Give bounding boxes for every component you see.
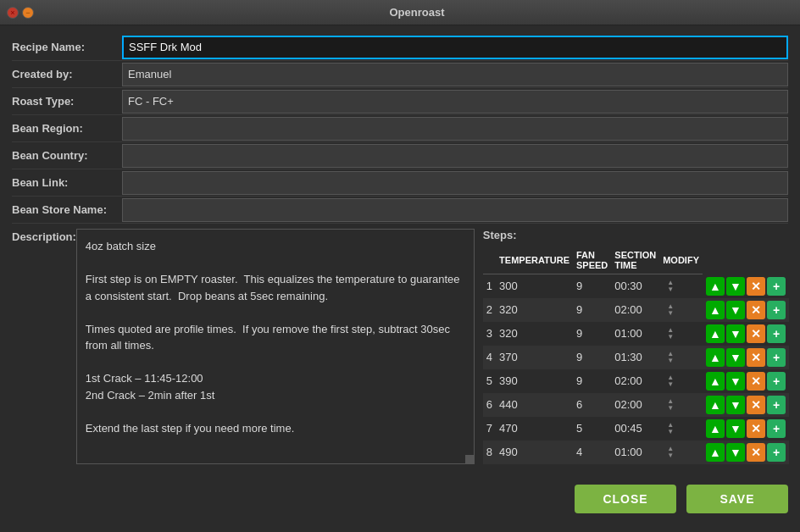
bean-link-row: Bean Link: [12, 169, 788, 197]
modify-add-btn[interactable]: + [767, 443, 786, 462]
roast-type-input[interactable] [122, 90, 788, 114]
step-temp: 370 [496, 346, 573, 369]
modify-delete-btn[interactable]: ✕ [747, 277, 765, 296]
titlebar-min-btn[interactable]: − [22, 7, 34, 19]
spinner-down[interactable]: ▼ [667, 452, 674, 459]
step-temp: 390 [496, 369, 573, 393]
modify-add-btn[interactable]: + [767, 324, 786, 343]
bean-store-input[interactable] [122, 198, 788, 222]
modify-down-btn[interactable]: ▼ [726, 372, 745, 391]
modify-down-btn[interactable]: ▼ [726, 324, 745, 343]
step-fan: 6 [573, 393, 611, 417]
modify-delete-btn[interactable]: ✕ [747, 301, 765, 319]
step-spinner: ▲ ▼ [659, 369, 703, 393]
modify-down-btn[interactable]: ▼ [726, 348, 745, 367]
steps-table: TEMPERATURE FAN SPEED SECTION TIME MODIF… [483, 247, 789, 464]
col-header-modify: MODIFY [659, 247, 703, 274]
modify-add-btn[interactable]: + [767, 348, 786, 367]
spinner-down[interactable]: ▼ [667, 286, 674, 293]
modify-add-btn[interactable]: + [767, 277, 786, 296]
bean-country-row: Bean Country: [12, 142, 788, 169]
spinner-down[interactable]: ▼ [667, 357, 674, 364]
step-temp: 320 [496, 322, 573, 346]
step-temp: 300 [496, 274, 573, 298]
close-button[interactable]: CLOSE [575, 485, 676, 513]
col-header-fan-speed: FAN SPEED [573, 247, 611, 274]
spinner-down[interactable]: ▼ [667, 429, 674, 435]
modify-add-btn[interactable]: + [767, 419, 786, 438]
step-time: 01:00 [611, 322, 659, 346]
modify-up-btn[interactable]: ▲ [706, 324, 725, 343]
step-fan: 9 [573, 322, 611, 346]
modify-delete-btn[interactable]: ✕ [747, 372, 765, 391]
save-button[interactable]: SAVE [686, 485, 788, 513]
modify-up-btn[interactable]: ▲ [706, 301, 725, 319]
step-modify: ▲ ▼ ✕ + [703, 274, 789, 298]
modify-add-btn[interactable]: + [767, 396, 786, 414]
step-spinner: ▲ ▼ [659, 322, 703, 346]
created-by-label: Created by: [12, 64, 122, 84]
modify-up-btn[interactable]: ▲ [706, 277, 725, 296]
step-time: 00:45 [611, 417, 659, 441]
table-row: 1 300 9 00:30 ▲ ▼ ▲ ▼ ✕ + [483, 274, 789, 298]
modify-delete-btn[interactable]: ✕ [747, 419, 765, 438]
step-time: 02:00 [611, 393, 659, 417]
step-fan: 5 [573, 417, 611, 441]
description-panel[interactable]: 4oz batch size First step is on EMPTY ro… [76, 229, 475, 464]
step-spinner: ▲ ▼ [659, 346, 703, 369]
table-row: 6 440 6 02:00 ▲ ▼ ▲ ▼ ✕ + [483, 393, 789, 417]
step-temp: 440 [496, 393, 573, 417]
created-by-input[interactable] [122, 63, 788, 86]
step-num: 4 [483, 346, 496, 369]
step-time: 01:00 [611, 441, 659, 464]
spinner-down[interactable]: ▼ [667, 310, 674, 317]
modify-add-btn[interactable]: + [767, 301, 786, 319]
step-spinner: ▲ ▼ [659, 417, 703, 441]
step-modify: ▲ ▼ ✕ + [703, 346, 789, 369]
step-modify: ▲ ▼ ✕ + [703, 393, 789, 417]
col-header-section-time: SECTION TIME [611, 247, 659, 274]
titlebar-title: Openroast [41, 6, 793, 19]
step-fan: 9 [573, 369, 611, 393]
modify-down-btn[interactable]: ▼ [726, 277, 745, 296]
modify-up-btn[interactable]: ▲ [706, 372, 725, 391]
modify-up-btn[interactable]: ▲ [706, 443, 725, 462]
modify-delete-btn[interactable]: ✕ [747, 443, 765, 462]
modify-down-btn[interactable]: ▼ [726, 396, 745, 414]
modify-delete-btn[interactable]: ✕ [747, 396, 765, 414]
bean-country-input[interactable] [122, 144, 788, 168]
spinner-down[interactable]: ▼ [667, 381, 674, 388]
step-fan: 4 [573, 441, 611, 464]
titlebar-close-btn[interactable]: × [7, 7, 19, 19]
steps-panel: Steps: TEMPERATURE FAN SPEED SECTION TIM… [475, 229, 789, 464]
modify-down-btn[interactable]: ▼ [726, 443, 745, 462]
step-spinner: ▲ ▼ [659, 441, 703, 464]
bean-store-label: Bean Store Name: [12, 200, 122, 219]
step-num: 6 [483, 393, 496, 417]
bean-link-label: Bean Link: [12, 173, 122, 192]
step-time: 02:00 [611, 298, 659, 322]
bean-region-row: Bean Region: [12, 115, 788, 142]
bean-region-input[interactable] [122, 117, 788, 141]
modify-down-btn[interactable]: ▼ [726, 419, 745, 438]
modify-delete-btn[interactable]: ✕ [747, 348, 765, 367]
resize-handle[interactable] [465, 455, 474, 463]
footer: CLOSE SAVE [0, 476, 800, 522]
spinner-down[interactable]: ▼ [667, 405, 674, 412]
modify-up-btn[interactable]: ▲ [706, 419, 725, 438]
spinner-down[interactable]: ▼ [667, 334, 674, 341]
step-num: 8 [483, 441, 496, 464]
step-modify: ▲ ▼ ✕ + [703, 298, 789, 322]
modify-down-btn[interactable]: ▼ [726, 301, 745, 319]
col-header-num [483, 247, 496, 274]
description-text: 4oz batch size First step is on EMPTY ro… [86, 238, 465, 436]
titlebar-buttons: × − [7, 7, 34, 19]
modify-delete-btn[interactable]: ✕ [747, 324, 765, 343]
modify-add-btn[interactable]: + [767, 372, 786, 391]
modify-up-btn[interactable]: ▲ [706, 348, 725, 367]
modify-up-btn[interactable]: ▲ [706, 396, 725, 414]
description-label: Description: [12, 229, 76, 243]
table-row: 5 390 9 02:00 ▲ ▼ ▲ ▼ ✕ + [483, 369, 789, 393]
bean-link-input[interactable] [122, 171, 788, 195]
recipe-name-input[interactable] [122, 36, 788, 59]
